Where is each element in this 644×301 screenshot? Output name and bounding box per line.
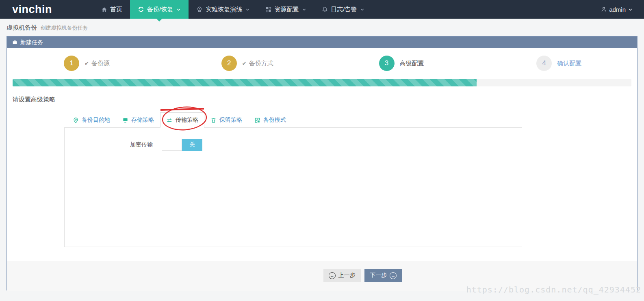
tab-storage-policy[interactable]: 存储策略 xyxy=(116,112,160,128)
chevron-down-icon xyxy=(302,7,306,12)
step-number: 4 xyxy=(536,56,552,71)
tab-transfer-policy[interactable]: 传输策略 xyxy=(160,112,204,128)
transfer-policy-pane: 加密传输 关 xyxy=(64,127,522,247)
watermark-text: https://blog.csdn.net/qq_42934452 xyxy=(466,285,641,295)
prev-step-label: 上一步 xyxy=(338,272,356,279)
wizard-progress-track xyxy=(13,79,631,86)
nav-item-label: 日志/告警 xyxy=(331,6,357,13)
step-number: 1 xyxy=(64,56,79,71)
wizard-steps: 1 ✔ 备份源 2 ✔ 备份方式 3 高级配置 4 xyxy=(7,48,637,79)
nav-item-home[interactable]: 首页 xyxy=(93,0,130,19)
step-number: 3 xyxy=(379,56,395,71)
page: vinchin 首页 备份/恢复 xyxy=(0,0,644,301)
nav-item-logs-alerts[interactable]: 日志/告警 xyxy=(314,0,372,19)
prev-step-button[interactable]: ← 上一步 xyxy=(323,269,361,282)
step-backup-method: 2 ✔ 备份方式 xyxy=(165,56,322,71)
chevron-down-icon xyxy=(628,7,633,12)
step-label: 确认配置 xyxy=(557,60,581,67)
tab-retention-policy[interactable]: 保留策略 xyxy=(204,112,248,128)
tab-label: 存储策略 xyxy=(131,116,154,124)
tab-backup-mode[interactable]: 备份模式 xyxy=(248,112,292,128)
tab-backup-destination[interactable]: 备份目的地 xyxy=(67,112,116,128)
arrow-right-circle-icon: → xyxy=(390,272,397,279)
next-step-button[interactable]: 下一步 → xyxy=(364,269,402,282)
main-nav: 首页 备份/恢复 xyxy=(93,0,372,19)
progress-fill xyxy=(13,79,477,86)
chevron-down-icon xyxy=(176,7,181,12)
resources-icon xyxy=(265,6,271,13)
chevron-down-icon xyxy=(245,7,250,12)
grid-icon xyxy=(254,117,260,123)
briefcase-icon xyxy=(12,40,17,45)
encrypt-transfer-toggle[interactable]: 关 xyxy=(162,139,202,151)
check-icon: ✔ xyxy=(242,60,247,67)
home-icon xyxy=(101,6,107,13)
policy-tab-nav: 备份目的地 存储策略 xyxy=(64,112,522,127)
user-menu[interactable]: admin xyxy=(590,0,644,19)
next-step-label: 下一步 xyxy=(370,272,387,279)
encrypt-transfer-row: 加密传输 关 xyxy=(65,128,522,151)
tab-label: 备份模式 xyxy=(263,116,286,124)
breadcrumb: 虚拟机备份 创建虚拟机备份任务 xyxy=(0,19,644,36)
trash-icon xyxy=(210,117,217,123)
brand-logo[interactable]: vinchin xyxy=(0,0,64,19)
chevron-down-icon xyxy=(360,7,364,12)
pin-icon xyxy=(73,117,79,123)
step-backup-source: 1 ✔ 备份源 xyxy=(7,56,165,71)
step-label: 备份方式 xyxy=(249,60,273,67)
nav-item-label: 首页 xyxy=(110,6,122,13)
toggle-state-label: 关 xyxy=(182,139,202,151)
nav-item-backup-restore[interactable]: 备份/恢复 xyxy=(130,0,189,19)
nav-item-resources[interactable]: 资源配置 xyxy=(258,0,314,19)
panel-header: 新建任务 xyxy=(7,37,637,48)
step-label: 高级配置 xyxy=(400,60,424,67)
step-label: 备份源 xyxy=(91,60,110,67)
check-icon: ✔ xyxy=(85,60,89,67)
policy-tabs-box: 备份目的地 存储策略 xyxy=(64,112,522,247)
section-title: 请设置高级策略 xyxy=(13,96,631,103)
nav-item-label: 灾难恢复演练 xyxy=(206,6,242,13)
panel-title: 新建任务 xyxy=(20,39,43,46)
nav-item-disaster-drill[interactable]: 灾难恢复演练 xyxy=(189,0,258,19)
step-number: 2 xyxy=(221,56,237,71)
nav-item-label: 备份/恢复 xyxy=(147,6,173,13)
breadcrumb-subtitle: 创建虚拟机备份任务 xyxy=(40,25,88,31)
step-advanced-config: 3 高级配置 xyxy=(322,56,480,71)
new-task-panel: 新建任务 1 ✔ 备份源 2 ✔ 备份方式 3 高级配置 xyxy=(7,36,637,290)
breadcrumb-title: 虚拟机备份 xyxy=(7,24,37,31)
bell-icon xyxy=(322,6,328,13)
tab-label: 传输策略 xyxy=(176,116,198,124)
arrow-left-circle-icon: ← xyxy=(329,272,336,279)
tab-label: 备份目的地 xyxy=(82,116,110,124)
step-confirm-config: 4 确认配置 xyxy=(479,56,637,71)
transfer-icon xyxy=(166,117,173,123)
encrypt-transfer-label: 加密传输 xyxy=(65,141,153,148)
sync-icon xyxy=(138,6,144,13)
tab-label: 保留策略 xyxy=(219,116,242,124)
top-navbar: vinchin 首页 备份/恢复 xyxy=(0,0,644,19)
toggle-knob xyxy=(162,139,182,151)
user-icon xyxy=(601,6,607,12)
storage-icon xyxy=(122,117,128,123)
user-name: admin xyxy=(609,6,626,13)
drill-icon xyxy=(196,6,203,13)
nav-item-label: 资源配置 xyxy=(274,6,299,13)
